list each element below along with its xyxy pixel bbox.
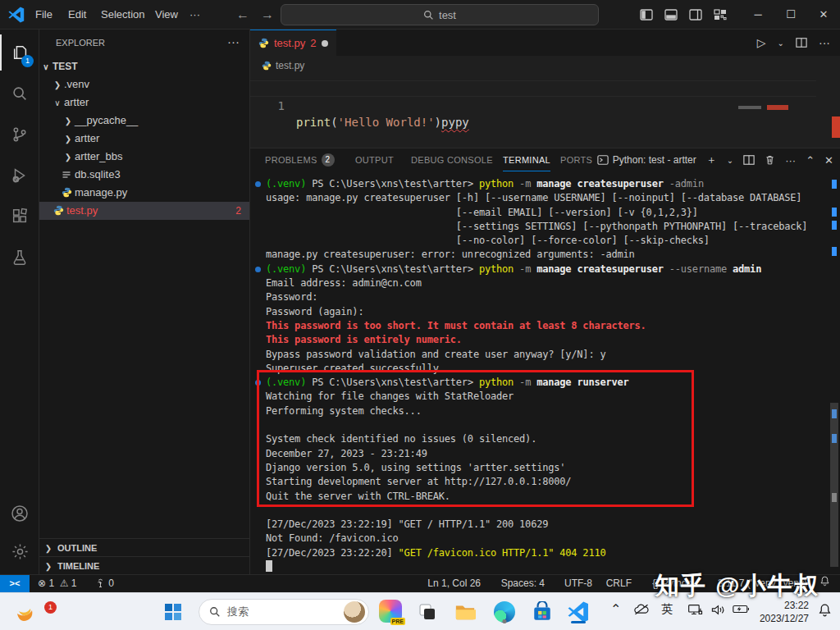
python-file-icon — [262, 61, 272, 71]
minimize-button[interactable]: ─ — [742, 0, 774, 30]
account-icon[interactable] — [0, 495, 39, 532]
command-decoration-icon[interactable] — [255, 181, 261, 187]
copilot-icon[interactable]: PRE — [379, 600, 402, 623]
testing-icon[interactable] — [0, 240, 39, 276]
run-debug-icon[interactable] — [0, 158, 39, 194]
vscode-taskbar-icon[interactable] — [566, 600, 591, 624]
tab-output[interactable]: OUTPUT — [355, 148, 394, 171]
eol-sequence[interactable]: CRLF — [606, 575, 632, 592]
code-area[interactable]: 1 print('Hello World!')pypy — [250, 75, 840, 148]
problems-status[interactable]: ⊗ 1 ⚠ 1 — [38, 575, 77, 592]
python-file-icon — [53, 205, 66, 216]
bottom-panel: PROBLEMS2 OUTPUT DEBUG CONSOLE TERMINAL … — [250, 148, 840, 574]
tree-item-artter[interactable]: ∨artter — [39, 94, 249, 112]
tree-item-manage-py[interactable]: manage.py — [39, 184, 249, 202]
file-explorer-icon[interactable] — [453, 600, 477, 624]
maximize-button[interactable]: ☐ — [774, 0, 807, 30]
chevron-right-icon: ❯ — [39, 540, 57, 558]
breadcrumb[interactable]: test.py — [250, 56, 840, 75]
new-terminal-icon[interactable]: ＋ — [706, 153, 717, 167]
microsoft-store-icon[interactable] — [530, 600, 555, 624]
indentation[interactable]: Spaces: 4 — [501, 575, 545, 592]
run-dropdown-icon[interactable]: ⌄ — [778, 39, 784, 48]
tray-chevron-icon[interactable]: ⌃ — [610, 601, 621, 617]
network-icon[interactable] — [687, 603, 704, 617]
timeline-section[interactable]: ❯TIMELINE — [39, 556, 249, 574]
menu-file[interactable]: File — [28, 0, 60, 30]
run-button[interactable]: ▷ — [757, 36, 766, 49]
split-terminal-icon[interactable] — [743, 154, 755, 166]
editor-more-icon[interactable]: ··· — [819, 36, 830, 49]
command-decoration-icon[interactable] — [255, 267, 261, 272]
dirty-dot-icon[interactable] — [322, 40, 328, 47]
search-value: test — [439, 9, 456, 21]
tree-item-artter-bbs[interactable]: ❯artter_bbs — [39, 148, 249, 166]
settings-gear-icon[interactable] — [0, 533, 39, 569]
menu-more[interactable]: ··· — [182, 0, 208, 30]
notification-center-icon[interactable] — [818, 603, 832, 617]
customize-layout-icon[interactable] — [714, 8, 727, 21]
ports-status[interactable]: 0 — [95, 575, 114, 592]
terminal-shell-selector[interactable]: Python: test - artter — [597, 154, 696, 166]
tree-item-db-sqlite3[interactable]: db.sqlite3 — [39, 166, 249, 184]
tree-item-test-py[interactable]: test.py 2 — [39, 202, 249, 220]
explorer-icon[interactable]: 1 — [0, 34, 39, 71]
terminal-line: Email address: admin@cn.com — [266, 276, 829, 290]
code-text: print('Hello World!')pypy — [296, 114, 469, 130]
python-file-icon — [62, 187, 75, 198]
kill-terminal-icon[interactable] — [765, 154, 775, 166]
terminal-line: [--email EMAIL] [--version] [-v {0,1,2,3… — [266, 206, 829, 220]
tree-item-pycache[interactable]: ❯__pycache__ — [39, 112, 249, 130]
menu-selection[interactable]: Selection — [94, 0, 152, 30]
notifications-bell-icon[interactable] — [819, 575, 830, 592]
taskbar-search-input[interactable]: 搜索 — [199, 599, 369, 625]
pinned-app-icon[interactable]: 1 — [13, 600, 38, 624]
toggle-panel-icon[interactable] — [664, 8, 678, 21]
encoding[interactable]: UTF-8 — [564, 575, 592, 592]
split-editor-icon[interactable] — [796, 37, 807, 48]
back-icon[interactable]: ← — [236, 7, 261, 21]
tab-problems[interactable]: PROBLEMS2 — [265, 148, 335, 171]
remote-indicator[interactable]: >< — [0, 575, 30, 592]
tab-debug-console[interactable]: DEBUG CONSOLE — [411, 148, 493, 171]
search-view-icon[interactable] — [0, 75, 39, 112]
search-highlight-avatar[interactable] — [344, 601, 365, 623]
ime-indicator[interactable]: 英 — [661, 602, 673, 617]
breadcrumb-file[interactable]: test.py — [276, 60, 304, 71]
close-panel-icon[interactable]: ✕ — [824, 154, 833, 167]
volume-icon[interactable] — [710, 603, 726, 617]
task-view-icon[interactable] — [415, 600, 440, 624]
tree-item-artter-inner[interactable]: ❯artter — [39, 130, 249, 148]
close-button[interactable]: ✕ — [807, 0, 840, 30]
edge-browser-icon[interactable] — [492, 600, 517, 624]
start-button[interactable] — [161, 600, 185, 624]
explorer-more-icon[interactable]: ··· — [227, 34, 240, 48]
tree-item-venv[interactable]: ❯.venv — [39, 75, 249, 94]
menu-edit[interactable]: Edit — [61, 0, 94, 30]
toggle-sidebar-icon[interactable] — [640, 8, 653, 21]
tab-terminal[interactable]: TERMINAL — [503, 148, 550, 171]
tree-root-test[interactable]: ∨TEST — [39, 57, 249, 75]
highlight-red-box — [257, 370, 694, 507]
search-input[interactable]: test — [281, 4, 599, 25]
explorer-sidebar: EXPLORER ··· ∨TEST ❯.venv ∨artter ❯__pyc… — [39, 30, 250, 574]
panel-more-icon[interactable]: ··· — [785, 154, 796, 167]
terminal-dropdown-icon[interactable]: ⌄ — [727, 156, 733, 165]
battery-icon[interactable] — [733, 603, 750, 615]
maximize-panel-icon[interactable]: ⌃ — [806, 154, 815, 167]
terminal-scrollbar[interactable] — [830, 403, 838, 567]
command-mark — [832, 180, 837, 189]
toggle-secondary-sidebar-icon[interactable] — [689, 8, 702, 21]
line-number: 1 — [268, 98, 285, 114]
outline-section[interactable]: ❯OUTLINE — [39, 538, 249, 556]
source-control-icon[interactable] — [0, 116, 39, 153]
extensions-icon[interactable] — [0, 199, 39, 235]
tab-test-py[interactable]: test.py 2 — [250, 30, 336, 56]
menu-view[interactable]: View — [148, 0, 185, 30]
cursor-position[interactable]: Ln 1, Col 26 — [427, 575, 481, 592]
explorer-title: EXPLORER — [56, 38, 105, 48]
onedrive-paused-icon[interactable] — [633, 603, 650, 616]
code-line-1: 1 print('Hello World!')pypy — [250, 80, 816, 97]
tab-ports[interactable]: PORTS — [560, 148, 592, 171]
search-icon — [423, 10, 434, 21]
